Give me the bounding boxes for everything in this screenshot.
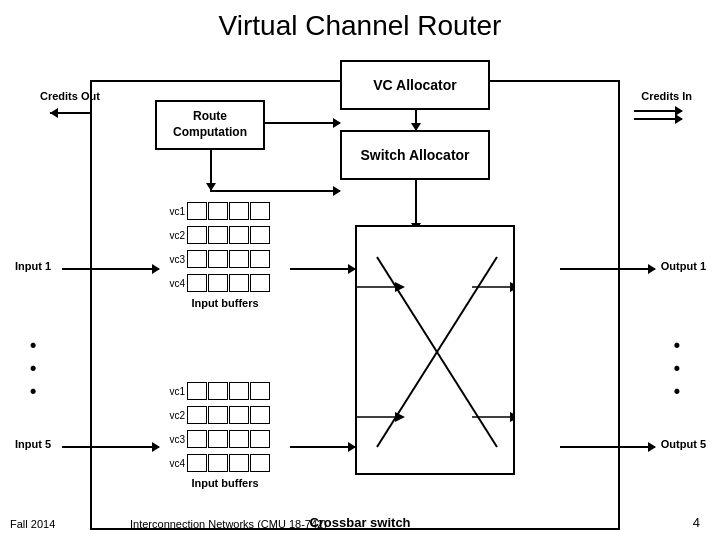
vc1b-cell4 (250, 382, 270, 400)
route-computation-label: RouteComputation (173, 109, 247, 140)
vc2b-cell1 (187, 406, 207, 424)
vc1b-cell1 (187, 382, 207, 400)
vc4b-cell2 (208, 454, 228, 472)
route-down-arrow (210, 150, 212, 190)
svg-marker-7 (510, 282, 515, 292)
vc3-cells-2 (187, 430, 270, 448)
crossbar-area (355, 225, 515, 475)
vc2-row-1: vc2 (160, 224, 290, 246)
input1-arrow (62, 268, 159, 270)
input-buffers-2: vc1 vc2 vc3 (160, 380, 290, 480)
vc1-cell4 (250, 202, 270, 220)
vc3-cell4 (250, 250, 270, 268)
output5-label: Output 5 (661, 438, 706, 450)
vc1b-cell2 (208, 382, 228, 400)
vc3-cell3 (229, 250, 249, 268)
input-buffers-1-label: Input buffers (160, 297, 290, 309)
dot-right-1: • (674, 335, 680, 356)
footer-semester: Fall 2014 (10, 518, 55, 530)
vc3-cells-1 (187, 250, 270, 268)
switch-allocator-box: Switch Allocator (340, 130, 490, 180)
vc4b-cell1 (187, 454, 207, 472)
vc3-row-2: vc3 (160, 428, 290, 450)
vc2b-cell3 (229, 406, 249, 424)
vc1-cells-1 (187, 202, 270, 220)
vc1-cells-2 (187, 382, 270, 400)
input-buffers-1: vc1 vc2 vc3 (160, 200, 290, 300)
vc4b-cell3 (229, 454, 249, 472)
vc4b-cell4 (250, 454, 270, 472)
footer-course: Interconnection Networks (CMU 18-742) (130, 518, 327, 530)
credits-out-label: Credits Out (40, 90, 100, 102)
svg-marker-3 (395, 282, 405, 292)
vc2-cell2 (208, 226, 228, 244)
vc3-cell1 (187, 250, 207, 268)
vc4-cell1 (187, 274, 207, 292)
vc2-cell4 (250, 226, 270, 244)
dot-left-2: • (30, 358, 36, 379)
vc2b-cell2 (208, 406, 228, 424)
credits-out-arrow (50, 112, 92, 114)
credits-in-arrow2 (634, 118, 682, 120)
route-to-vc-arrow (265, 122, 340, 124)
vc3b-cell3 (229, 430, 249, 448)
output1-label: Output 1 (661, 260, 706, 272)
vc3b-cell4 (250, 430, 270, 448)
vc4-cell3 (229, 274, 249, 292)
vc-allocator-label: VC Allocator (373, 77, 457, 93)
vc3-row-1: vc3 (160, 248, 290, 270)
vc1-cell2 (208, 202, 228, 220)
vc1-row-1: vc1 (160, 200, 290, 222)
vc1b-cell3 (229, 382, 249, 400)
output5-arrow (560, 446, 655, 448)
vc3b-cell2 (208, 430, 228, 448)
vc-allocator-box: VC Allocator (340, 60, 490, 110)
vc1-row-2: vc1 (160, 380, 290, 402)
dot-left-1: • (30, 335, 36, 356)
buf2-to-crossbar-arrow (290, 446, 355, 448)
input5-arrow (62, 446, 159, 448)
vc2b-cell4 (250, 406, 270, 424)
vc4-cell4 (250, 274, 270, 292)
main-content: Credits Out Credits In VC Allocator Rout… (0, 50, 720, 540)
input-buffers-2-label: Input buffers (160, 477, 290, 489)
vc2-cells-1 (187, 226, 270, 244)
vc3b-cell1 (187, 430, 207, 448)
credits-in-label: Credits In (641, 90, 692, 102)
vc1-cell3 (229, 202, 249, 220)
buf1-to-crossbar-arrow (290, 268, 355, 270)
page-number: 4 (693, 515, 700, 530)
credits-in-arrow1 (634, 110, 682, 112)
svg-marker-5 (395, 412, 405, 422)
dot-left-3: • (30, 381, 36, 402)
crossbar-svg (357, 227, 515, 475)
dot-right-2: • (674, 358, 680, 379)
route-computation-box: RouteComputation (155, 100, 265, 150)
dot-right-3: • (674, 381, 680, 402)
output1-arrow (560, 268, 655, 270)
input1-label: Input 1 (15, 260, 51, 272)
switch-down-arrow (415, 180, 417, 230)
vc4-cells-2 (187, 454, 270, 472)
vc1-cell1 (187, 202, 207, 220)
vc-to-switch-arrow (415, 110, 417, 130)
switch-allocator-label: Switch Allocator (360, 147, 469, 163)
vc4-row-1: vc4 (160, 272, 290, 294)
vc4-row-2: vc4 (160, 452, 290, 474)
vc4-cell2 (208, 274, 228, 292)
vc4-cells-1 (187, 274, 270, 292)
svg-marker-9 (510, 412, 515, 422)
page-title: Virtual Channel Router (0, 0, 720, 50)
vc2-cell3 (229, 226, 249, 244)
route-to-switch-arrow (210, 190, 340, 192)
input5-label: Input 5 (15, 438, 51, 450)
vc2-cell1 (187, 226, 207, 244)
vc2-row-2: vc2 (160, 404, 290, 426)
vc3-cell2 (208, 250, 228, 268)
vc2-cells-2 (187, 406, 270, 424)
